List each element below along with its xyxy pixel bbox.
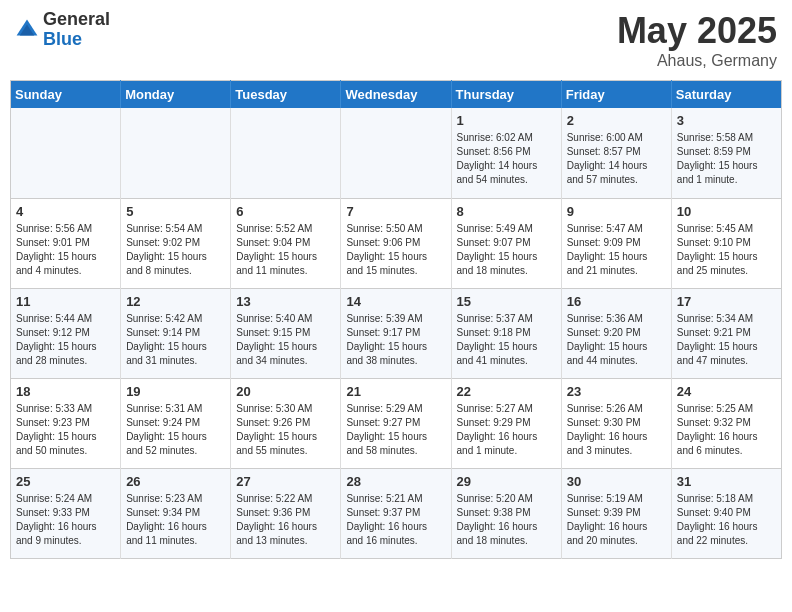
week-row-4: 18Sunrise: 5:33 AM Sunset: 9:23 PM Dayli… — [11, 378, 782, 468]
day-number: 6 — [236, 204, 335, 219]
day-number: 22 — [457, 384, 556, 399]
day-detail: Sunrise: 5:40 AM Sunset: 9:15 PM Dayligh… — [236, 312, 335, 368]
day-number: 21 — [346, 384, 445, 399]
weekday-header-sunday: Sunday — [11, 81, 121, 109]
day-number: 15 — [457, 294, 556, 309]
calendar-location: Ahaus, Germany — [617, 52, 777, 70]
week-row-2: 4Sunrise: 5:56 AM Sunset: 9:01 PM Daylig… — [11, 198, 782, 288]
day-cell-16: 16Sunrise: 5:36 AM Sunset: 9:20 PM Dayli… — [561, 288, 671, 378]
day-cell-28: 28Sunrise: 5:21 AM Sunset: 9:37 PM Dayli… — [341, 468, 451, 558]
day-cell-26: 26Sunrise: 5:23 AM Sunset: 9:34 PM Dayli… — [121, 468, 231, 558]
day-number: 3 — [677, 113, 776, 128]
day-cell-13: 13Sunrise: 5:40 AM Sunset: 9:15 PM Dayli… — [231, 288, 341, 378]
week-row-3: 11Sunrise: 5:44 AM Sunset: 9:12 PM Dayli… — [11, 288, 782, 378]
day-number: 23 — [567, 384, 666, 399]
day-cell-11: 11Sunrise: 5:44 AM Sunset: 9:12 PM Dayli… — [11, 288, 121, 378]
day-cell-4: 4Sunrise: 5:56 AM Sunset: 9:01 PM Daylig… — [11, 198, 121, 288]
day-cell-29: 29Sunrise: 5:20 AM Sunset: 9:38 PM Dayli… — [451, 468, 561, 558]
day-cell-10: 10Sunrise: 5:45 AM Sunset: 9:10 PM Dayli… — [671, 198, 781, 288]
day-detail: Sunrise: 5:33 AM Sunset: 9:23 PM Dayligh… — [16, 402, 115, 458]
day-number: 20 — [236, 384, 335, 399]
day-detail: Sunrise: 5:37 AM Sunset: 9:18 PM Dayligh… — [457, 312, 556, 368]
day-detail: Sunrise: 5:30 AM Sunset: 9:26 PM Dayligh… — [236, 402, 335, 458]
day-number: 11 — [16, 294, 115, 309]
day-number: 25 — [16, 474, 115, 489]
weekday-header-friday: Friday — [561, 81, 671, 109]
day-detail: Sunrise: 5:31 AM Sunset: 9:24 PM Dayligh… — [126, 402, 225, 458]
weekday-header-tuesday: Tuesday — [231, 81, 341, 109]
day-number: 17 — [677, 294, 776, 309]
day-cell-22: 22Sunrise: 5:27 AM Sunset: 9:29 PM Dayli… — [451, 378, 561, 468]
day-detail: Sunrise: 5:23 AM Sunset: 9:34 PM Dayligh… — [126, 492, 225, 548]
empty-cell — [341, 108, 451, 198]
day-number: 26 — [126, 474, 225, 489]
day-detail: Sunrise: 5:21 AM Sunset: 9:37 PM Dayligh… — [346, 492, 445, 548]
day-number: 27 — [236, 474, 335, 489]
day-cell-8: 8Sunrise: 5:49 AM Sunset: 9:07 PM Daylig… — [451, 198, 561, 288]
day-number: 7 — [346, 204, 445, 219]
weekday-header-wednesday: Wednesday — [341, 81, 451, 109]
week-row-1: 1Sunrise: 6:02 AM Sunset: 8:56 PM Daylig… — [11, 108, 782, 198]
empty-cell — [121, 108, 231, 198]
day-number: 9 — [567, 204, 666, 219]
page-header: General Blue May 2025 Ahaus, Germany — [10, 10, 782, 70]
day-detail: Sunrise: 5:18 AM Sunset: 9:40 PM Dayligh… — [677, 492, 776, 548]
title-block: May 2025 Ahaus, Germany — [617, 10, 777, 70]
day-detail: Sunrise: 5:54 AM Sunset: 9:02 PM Dayligh… — [126, 222, 225, 278]
day-detail: Sunrise: 5:49 AM Sunset: 9:07 PM Dayligh… — [457, 222, 556, 278]
day-cell-7: 7Sunrise: 5:50 AM Sunset: 9:06 PM Daylig… — [341, 198, 451, 288]
day-detail: Sunrise: 5:56 AM Sunset: 9:01 PM Dayligh… — [16, 222, 115, 278]
day-cell-12: 12Sunrise: 5:42 AM Sunset: 9:14 PM Dayli… — [121, 288, 231, 378]
day-number: 8 — [457, 204, 556, 219]
day-number: 28 — [346, 474, 445, 489]
day-detail: Sunrise: 6:00 AM Sunset: 8:57 PM Dayligh… — [567, 131, 666, 187]
day-cell-5: 5Sunrise: 5:54 AM Sunset: 9:02 PM Daylig… — [121, 198, 231, 288]
logo-text: General Blue — [43, 10, 110, 50]
day-number: 5 — [126, 204, 225, 219]
day-cell-31: 31Sunrise: 5:18 AM Sunset: 9:40 PM Dayli… — [671, 468, 781, 558]
calendar-table: SundayMondayTuesdayWednesdayThursdayFrid… — [10, 80, 782, 559]
day-detail: Sunrise: 5:29 AM Sunset: 9:27 PM Dayligh… — [346, 402, 445, 458]
empty-cell — [231, 108, 341, 198]
day-cell-30: 30Sunrise: 5:19 AM Sunset: 9:39 PM Dayli… — [561, 468, 671, 558]
day-detail: Sunrise: 6:02 AM Sunset: 8:56 PM Dayligh… — [457, 131, 556, 187]
day-cell-23: 23Sunrise: 5:26 AM Sunset: 9:30 PM Dayli… — [561, 378, 671, 468]
day-number: 19 — [126, 384, 225, 399]
weekday-header-row: SundayMondayTuesdayWednesdayThursdayFrid… — [11, 81, 782, 109]
day-cell-17: 17Sunrise: 5:34 AM Sunset: 9:21 PM Dayli… — [671, 288, 781, 378]
day-number: 4 — [16, 204, 115, 219]
day-detail: Sunrise: 5:58 AM Sunset: 8:59 PM Dayligh… — [677, 131, 776, 187]
day-detail: Sunrise: 5:25 AM Sunset: 9:32 PM Dayligh… — [677, 402, 776, 458]
day-detail: Sunrise: 5:20 AM Sunset: 9:38 PM Dayligh… — [457, 492, 556, 548]
day-detail: Sunrise: 5:44 AM Sunset: 9:12 PM Dayligh… — [16, 312, 115, 368]
day-detail: Sunrise: 5:26 AM Sunset: 9:30 PM Dayligh… — [567, 402, 666, 458]
day-detail: Sunrise: 5:24 AM Sunset: 9:33 PM Dayligh… — [16, 492, 115, 548]
day-cell-9: 9Sunrise: 5:47 AM Sunset: 9:09 PM Daylig… — [561, 198, 671, 288]
day-detail: Sunrise: 5:39 AM Sunset: 9:17 PM Dayligh… — [346, 312, 445, 368]
calendar-title: May 2025 — [617, 10, 777, 52]
day-detail: Sunrise: 5:34 AM Sunset: 9:21 PM Dayligh… — [677, 312, 776, 368]
day-detail: Sunrise: 5:27 AM Sunset: 9:29 PM Dayligh… — [457, 402, 556, 458]
day-cell-20: 20Sunrise: 5:30 AM Sunset: 9:26 PM Dayli… — [231, 378, 341, 468]
day-number: 16 — [567, 294, 666, 309]
day-detail: Sunrise: 5:19 AM Sunset: 9:39 PM Dayligh… — [567, 492, 666, 548]
weekday-header-saturday: Saturday — [671, 81, 781, 109]
day-detail: Sunrise: 5:22 AM Sunset: 9:36 PM Dayligh… — [236, 492, 335, 548]
day-number: 18 — [16, 384, 115, 399]
day-detail: Sunrise: 5:52 AM Sunset: 9:04 PM Dayligh… — [236, 222, 335, 278]
day-cell-2: 2Sunrise: 6:00 AM Sunset: 8:57 PM Daylig… — [561, 108, 671, 198]
logo-icon — [15, 18, 39, 42]
day-number: 29 — [457, 474, 556, 489]
day-cell-15: 15Sunrise: 5:37 AM Sunset: 9:18 PM Dayli… — [451, 288, 561, 378]
day-number: 13 — [236, 294, 335, 309]
logo: General Blue — [15, 10, 110, 50]
day-cell-19: 19Sunrise: 5:31 AM Sunset: 9:24 PM Dayli… — [121, 378, 231, 468]
day-detail: Sunrise: 5:47 AM Sunset: 9:09 PM Dayligh… — [567, 222, 666, 278]
day-cell-21: 21Sunrise: 5:29 AM Sunset: 9:27 PM Dayli… — [341, 378, 451, 468]
day-number: 1 — [457, 113, 556, 128]
weekday-header-thursday: Thursday — [451, 81, 561, 109]
empty-cell — [11, 108, 121, 198]
day-cell-27: 27Sunrise: 5:22 AM Sunset: 9:36 PM Dayli… — [231, 468, 341, 558]
day-number: 30 — [567, 474, 666, 489]
day-cell-14: 14Sunrise: 5:39 AM Sunset: 9:17 PM Dayli… — [341, 288, 451, 378]
